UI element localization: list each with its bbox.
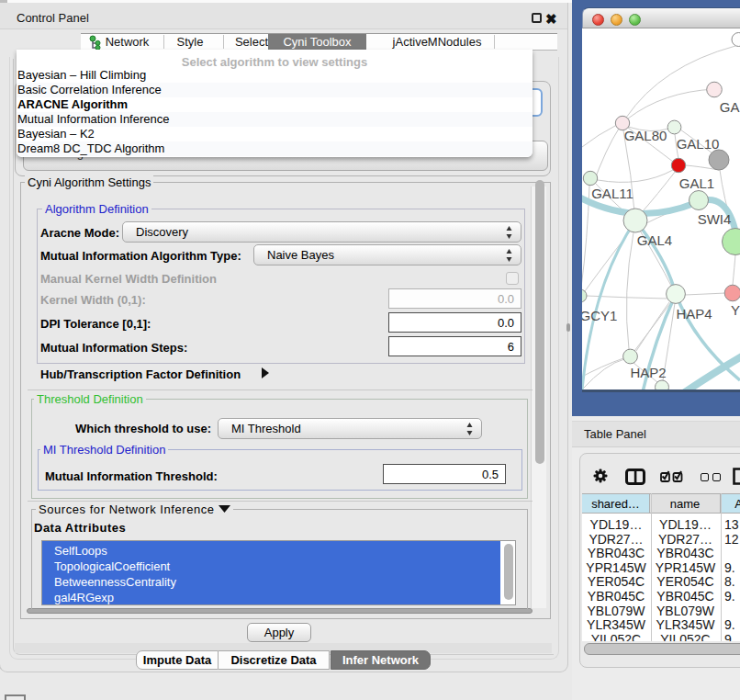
svg-text:GAL80: GAL80 <box>624 128 667 143</box>
svg-text:GAL1: GAL1 <box>679 175 714 191</box>
svg-text:SWI4: SWI4 <box>698 211 732 227</box>
svg-text:GAL4: GAL4 <box>637 232 672 248</box>
svg-text:HAP4: HAP4 <box>676 306 712 322</box>
svg-text:GAL11: GAL11 <box>591 186 633 201</box>
svg-text:GAL10: GAL10 <box>677 136 720 152</box>
svg-text:GCY1: GCY1 <box>582 308 617 323</box>
svg-text:YP: YP <box>731 302 740 318</box>
svg-text:HAP2: HAP2 <box>630 365 666 380</box>
svg-text:GAL7: GAL7 <box>720 99 740 115</box>
